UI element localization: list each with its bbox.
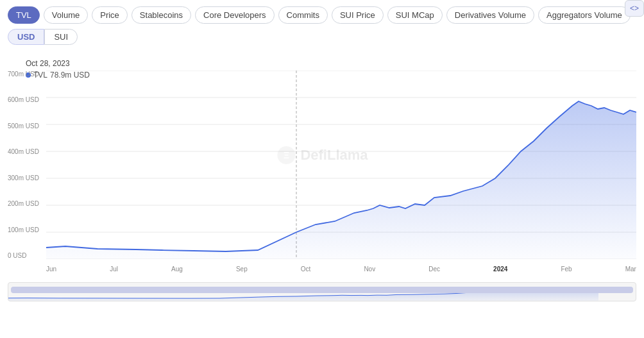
tab-aggregators-volume[interactable]: Aggregators Volume xyxy=(538,6,631,24)
tab-bar: TVLVolumePriceStablecoinsCore Developers… xyxy=(8,6,636,24)
y-axis-label: 700m USD xyxy=(8,71,39,78)
currency-usd[interactable]: USD xyxy=(8,29,44,45)
x-axis-label: Aug xyxy=(171,266,183,273)
scrollbar-thumb[interactable] xyxy=(11,287,633,293)
y-axis-label: 0 USD xyxy=(8,252,26,259)
scrollbar[interactable] xyxy=(8,282,636,301)
y-axis-label: 500m USD xyxy=(8,123,39,130)
y-axis-label: 300m USD xyxy=(8,174,39,182)
y-axis-label: 400m USD xyxy=(8,148,39,155)
tab-stablecoins[interactable]: Stablecoins xyxy=(131,6,191,24)
tab-price[interactable]: Price xyxy=(92,6,128,24)
chart-area: Oct 28, 2023 TVL 78.9m USD 700m USD600m … xyxy=(8,51,636,282)
tab-sui-price[interactable]: SUI Price xyxy=(332,6,384,24)
x-axis-label: Mar xyxy=(625,266,636,273)
x-axis-label: Jun xyxy=(46,266,56,273)
tab-sui-mcap[interactable]: SUI MCap xyxy=(387,6,443,24)
y-axis-label: 600m USD xyxy=(8,96,39,103)
main-container: TVLVolumePriceStablecoinsCore Developers… xyxy=(0,0,644,301)
tab-derivatives-volume[interactable]: Derivatives Volume xyxy=(446,6,534,24)
x-axis-label: Dec xyxy=(428,266,440,273)
tab-core-developers[interactable]: Core Developers xyxy=(195,6,275,24)
tab-volume[interactable]: Volume xyxy=(44,6,88,24)
y-axis-label: 200m USD xyxy=(8,200,39,207)
x-axis-label: Jul xyxy=(110,266,118,273)
x-axis-label: Oct xyxy=(301,266,311,273)
x-axis: JunJulAugSepOctNovDec2024FebMar xyxy=(46,263,636,282)
embed-button[interactable]: <> xyxy=(625,0,644,17)
x-axis-label: 2024 xyxy=(493,266,507,273)
x-axis-label: Feb xyxy=(561,266,572,273)
x-axis-label: Nov xyxy=(364,266,375,273)
tooltip-date: Oct 28, 2023 xyxy=(26,58,90,69)
tab-commits[interactable]: Commits xyxy=(278,6,328,24)
chart-svg xyxy=(46,71,636,259)
currency-sui[interactable]: SUI xyxy=(44,29,78,45)
y-axis-label: 100m USD xyxy=(8,226,39,233)
currency-bar: USDSUI xyxy=(8,29,78,45)
x-axis-label: Sep xyxy=(236,266,248,273)
tab-tvl[interactable]: TVL xyxy=(8,6,40,24)
y-axis: 700m USD600m USD500m USD400m USD300m USD… xyxy=(8,71,46,259)
